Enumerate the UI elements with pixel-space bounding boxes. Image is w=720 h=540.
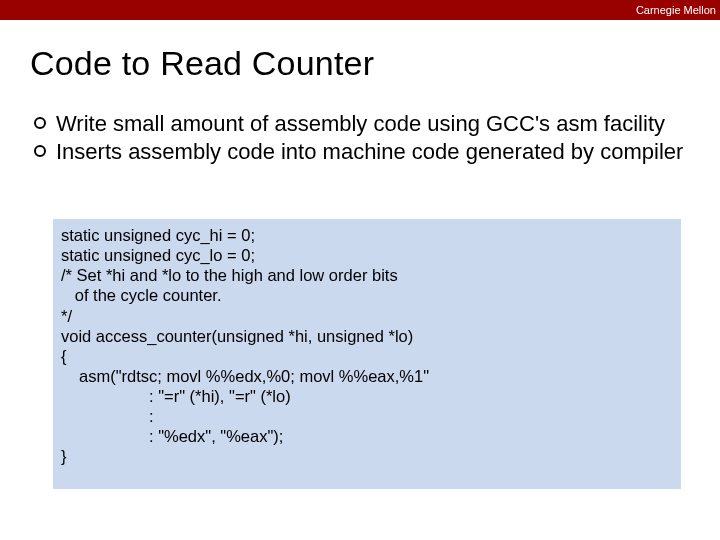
slide: Carnegie Mellon Code to Read Counter Wri…: [0, 0, 720, 540]
bullet-text: Write small amount of assembly code usin…: [56, 110, 665, 138]
code-line: static unsigned cyc_lo = 0;: [61, 245, 673, 265]
code-line: static unsigned cyc_hi = 0;: [61, 225, 673, 245]
code-block: static unsigned cyc_hi = 0; static unsig…: [52, 218, 682, 490]
bullet-item: Inserts assembly code into machine code …: [34, 138, 696, 166]
code-line: : "%edx", "%eax");: [61, 426, 673, 446]
bullet-marker-icon: [34, 145, 46, 157]
bullet-marker-icon: [34, 117, 46, 129]
institution-label: Carnegie Mellon: [636, 4, 716, 16]
bullet-text: Inserts assembly code into machine code …: [56, 138, 683, 166]
top-bar: Carnegie Mellon: [0, 0, 720, 20]
code-line: void access_counter(unsigned *hi, unsign…: [61, 326, 673, 346]
code-line: :: [61, 406, 673, 426]
code-line: */: [61, 306, 673, 326]
code-line: /* Set *hi and *lo to the high and low o…: [61, 265, 673, 285]
slide-title: Code to Read Counter: [30, 44, 374, 83]
code-line: of the cycle counter.: [61, 285, 673, 305]
bullet-item: Write small amount of assembly code usin…: [34, 110, 696, 138]
bullet-list: Write small amount of assembly code usin…: [34, 110, 696, 166]
code-line: }: [61, 446, 673, 466]
code-line: {: [61, 346, 673, 366]
code-line: : "=r" (*hi), "=r" (*lo): [61, 386, 673, 406]
code-line: asm("rdtsc; movl %%edx,%0; movl %%eax,%1…: [61, 366, 673, 386]
